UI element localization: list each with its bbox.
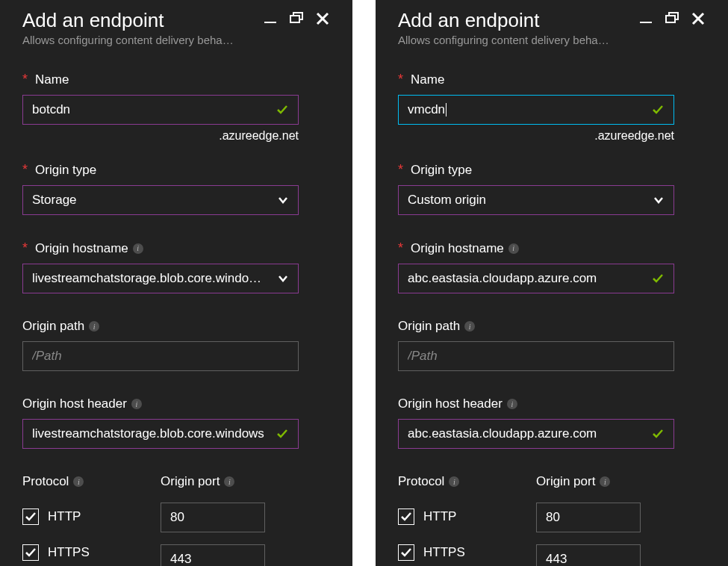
origin-hostname-label: *Origin hostnamei: [398, 240, 706, 256]
origin-path-field[interactable]: [408, 349, 665, 364]
minimize-icon[interactable]: [638, 11, 653, 26]
origin-host-header-label: Origin host headeri: [22, 396, 330, 411]
protocol-label: Protocoli: [398, 474, 536, 489]
protocol-row: Protocoli HTTP HTTPS Origin porti 80 443: [22, 474, 299, 566]
origin-hostname-section: *Origin hostnamei livestreamchatstorage.…: [22, 240, 330, 293]
close-icon[interactable]: [315, 11, 330, 26]
https-row: HTTPS: [22, 544, 161, 561]
chevron-down-icon: [653, 194, 665, 206]
origin-port-col: Origin porti 80 443: [161, 474, 299, 566]
title-wrap: Add an endpoint Allows configuring conte…: [398, 6, 609, 46]
http-label: HTTP: [48, 509, 81, 524]
https-checkbox[interactable]: [398, 544, 414, 561]
origin-type-select[interactable]: Custom origin: [398, 185, 674, 215]
titlebar: Add an endpoint Allows configuring conte…: [398, 0, 706, 46]
info-icon[interactable]: i: [464, 321, 475, 332]
origin-host-header-input[interactable]: abc.eastasia.cloudapp.azure.com: [398, 419, 674, 449]
origin-type-label: *Origin type: [398, 162, 706, 178]
http-checkbox[interactable]: [398, 509, 414, 525]
origin-path-input[interactable]: [22, 341, 299, 371]
check-icon: [276, 427, 289, 441]
name-section: *Name botcdn .azureedge.net: [22, 72, 330, 143]
svg-rect-0: [264, 22, 276, 23]
close-icon[interactable]: [691, 11, 706, 26]
name-input[interactable]: botcdn: [22, 95, 299, 125]
https-port-input[interactable]: 443: [161, 544, 265, 566]
window-controls: [638, 10, 706, 27]
protocol-row: Protocoli HTTP HTTPS Origin porti 80 443: [398, 474, 674, 566]
origin-path-section: Origin pathi: [398, 319, 706, 371]
origin-port-label: Origin porti: [161, 474, 299, 489]
required-icon: *: [398, 72, 403, 87]
info-icon[interactable]: i: [133, 243, 143, 254]
info-icon[interactable]: i: [224, 476, 234, 487]
check-icon: [651, 427, 665, 441]
origin-path-input[interactable]: [398, 341, 674, 371]
required-icon: *: [398, 240, 403, 256]
protocol-col: Protocoli HTTP HTTPS: [22, 474, 161, 566]
http-port-input[interactable]: 80: [536, 503, 641, 532]
chevron-down-icon: [277, 194, 289, 206]
https-label: HTTPS: [48, 545, 90, 560]
https-label: HTTPS: [423, 545, 465, 560]
origin-hostname-select[interactable]: livestreamchatstorage.blob.core.windo…: [22, 264, 299, 293]
required-icon: *: [22, 240, 28, 256]
https-checkbox[interactable]: [22, 544, 39, 561]
required-icon: *: [22, 72, 28, 87]
name-input[interactable]: vmcdn: [398, 95, 674, 125]
origin-type-select[interactable]: Storage: [22, 185, 299, 215]
window-controls: [263, 10, 330, 27]
origin-path-section: Origin pathi: [22, 319, 330, 371]
required-icon: *: [22, 162, 28, 178]
origin-path-label: Origin pathi: [398, 319, 706, 334]
chevron-down-icon: [277, 273, 289, 284]
http-row: HTTP: [22, 509, 161, 525]
check-icon: [276, 103, 289, 116]
info-icon[interactable]: i: [508, 243, 519, 254]
minimize-icon[interactable]: [263, 11, 278, 26]
blade-title: Add an endpoint: [398, 9, 609, 32]
info-icon[interactable]: i: [449, 476, 459, 487]
info-icon[interactable]: i: [600, 476, 610, 487]
blade-subtitle: Allows configuring content delivery beha…: [22, 34, 234, 46]
origin-host-header-input[interactable]: livestreamchatstorage.blob.core.windows: [22, 419, 299, 449]
origin-type-section: *Origin type Storage: [22, 162, 330, 215]
info-icon[interactable]: i: [89, 321, 99, 332]
origin-host-header-label: Origin host headeri: [398, 396, 706, 411]
name-suffix: .azureedge.net: [398, 129, 674, 143]
name-label: *Name: [22, 72, 330, 87]
maximize-icon[interactable]: [664, 10, 680, 27]
http-label: HTTP: [423, 509, 456, 524]
text-cursor: [446, 103, 447, 116]
check-icon: [651, 272, 665, 285]
required-icon: *: [398, 162, 403, 178]
origin-hostname-label: *Origin hostnamei: [22, 240, 330, 256]
http-row: HTTP: [398, 509, 536, 525]
maximize-icon[interactable]: [288, 10, 305, 27]
info-icon[interactable]: i: [131, 399, 142, 409]
origin-hostname-input[interactable]: abc.eastasia.cloudapp.azure.com: [398, 264, 674, 293]
title-wrap: Add an endpoint Allows configuring conte…: [22, 6, 234, 46]
name-suffix: .azureedge.net: [22, 129, 299, 143]
https-port-input[interactable]: 443: [536, 544, 641, 566]
origin-host-header-section: Origin host headeri abc.eastasia.cloudap…: [398, 396, 706, 449]
svg-rect-7: [666, 16, 675, 22]
blade-subtitle: Allows configuring content delivery beha…: [398, 34, 609, 46]
protocol-label: Protocoli: [22, 474, 161, 489]
info-icon[interactable]: i: [507, 399, 517, 409]
origin-type-section: *Origin type Custom origin: [398, 162, 706, 215]
http-checkbox[interactable]: [22, 509, 39, 525]
blade-right: Add an endpoint Allows configuring conte…: [376, 0, 728, 566]
http-port-input[interactable]: 80: [161, 503, 265, 532]
protocol-col: Protocoli HTTP HTTPS: [398, 474, 536, 566]
origin-path-field[interactable]: [32, 349, 289, 364]
origin-port-col: Origin porti 80 443: [536, 474, 674, 566]
svg-rect-5: [640, 22, 652, 23]
origin-type-label: *Origin type: [22, 162, 330, 178]
name-section: *Name vmcdn .azureedge.net: [398, 72, 706, 143]
info-icon[interactable]: i: [73, 476, 84, 487]
origin-host-header-section: Origin host headeri livestreamchatstorag…: [22, 396, 330, 449]
origin-hostname-section: *Origin hostnamei abc.eastasia.cloudapp.…: [398, 240, 706, 293]
svg-rect-2: [290, 16, 299, 22]
name-label: *Name: [398, 72, 706, 87]
